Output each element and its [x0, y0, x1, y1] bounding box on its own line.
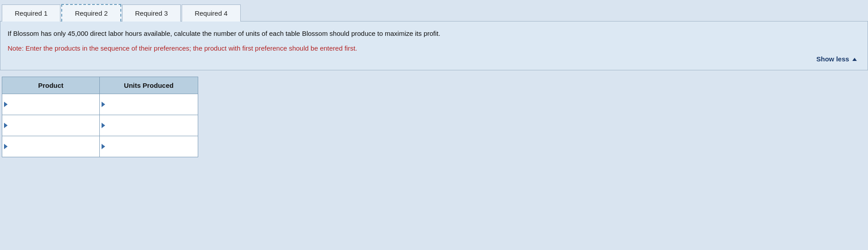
data-table: Product Units Produced: [2, 77, 198, 157]
note-text: Note: Enter the products in the sequence…: [8, 43, 860, 54]
arrow-up-icon: [852, 58, 857, 61]
table-section: Product Units Produced: [0, 77, 868, 157]
tab-required-4[interactable]: Required 4: [182, 4, 240, 22]
cell-arrow-icon-3: [4, 144, 8, 149]
tab-required-2[interactable]: Required 2: [61, 4, 121, 22]
instruction-text: If Blossom has only 45,000 direct labor …: [8, 29, 860, 39]
units-input-1[interactable]: [105, 94, 198, 115]
page-wrapper: Required 1 Required 2 Required 3 Require…: [0, 0, 868, 250]
cell-arrow-icon-1: [4, 102, 8, 107]
col-header-units: Units Produced: [100, 77, 198, 94]
tab-required-3[interactable]: Required 3: [122, 4, 181, 22]
table-row: [2, 115, 198, 136]
table-row: [2, 94, 198, 115]
product-input-2[interactable]: [8, 115, 99, 136]
tabs-row: Required 1 Required 2 Required 3 Require…: [0, 0, 868, 22]
table-cell-units-3: [100, 136, 198, 157]
table-row: [2, 136, 198, 157]
show-less-row: Show less: [8, 55, 860, 65]
cell-arrow-icon-units-1: [102, 102, 105, 107]
table-cell-units-1: [100, 94, 198, 115]
table-cell-product-3: [2, 136, 100, 157]
cell-arrow-icon-2: [4, 123, 8, 128]
cell-arrow-icon-units-2: [102, 123, 105, 128]
content-area: If Blossom has only 45,000 direct labor …: [0, 22, 868, 70]
product-input-3[interactable]: [8, 136, 99, 157]
col-header-product: Product: [2, 77, 100, 94]
show-less-button[interactable]: Show less: [816, 55, 857, 63]
product-input-1[interactable]: [8, 94, 99, 115]
units-input-3[interactable]: [105, 136, 198, 157]
table-cell-units-2: [100, 115, 198, 136]
table-cell-product-2: [2, 115, 100, 136]
tab-required-1[interactable]: Required 1: [2, 4, 60, 22]
cell-arrow-icon-units-3: [102, 144, 105, 149]
table-header-row: Product Units Produced: [2, 77, 198, 94]
units-input-2[interactable]: [105, 115, 198, 136]
table-cell-product-1: [2, 94, 100, 115]
